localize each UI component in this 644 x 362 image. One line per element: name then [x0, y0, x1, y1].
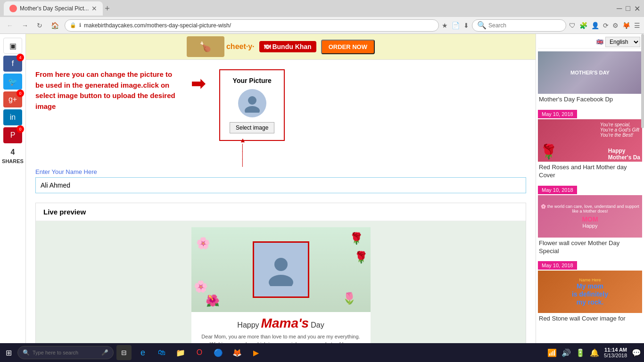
opera-icon: O	[197, 348, 202, 357]
happy-text-3: Happy	[583, 223, 598, 229]
menu-icon[interactable]: ☰	[634, 22, 640, 29]
user-icon[interactable]: 👤	[591, 22, 599, 29]
preview-content: 🌸 🌹 🌺 🌷 🌸 🌹	[36, 221, 526, 358]
flower-4: 🌷	[342, 292, 356, 305]
cheetay-brand: cheet·y·	[226, 42, 255, 51]
lock-icon: 🔒	[70, 22, 76, 28]
edge-icon: e	[140, 348, 145, 358]
sidebar-mom-quote: My momis definitelymy rock.	[572, 282, 608, 306]
svg-point-0	[248, 96, 256, 105]
settings-icon[interactable]: ⚙	[612, 22, 619, 29]
toolbar-icons: ★ 📄 ⬇	[442, 22, 469, 29]
order-now-button[interactable]: ORDER NOW	[321, 40, 375, 54]
scrollbar-thumb[interactable]	[641, 34, 644, 128]
name-label: Enter Your Name Here	[35, 168, 526, 175]
shares-count: 4	[2, 148, 24, 156]
taskbar-app-vlc[interactable]: ▶	[248, 345, 264, 360]
svg-point-3	[274, 258, 288, 271]
name-section: Enter Your Name Here	[26, 168, 536, 198]
refresh-button[interactable]: ↻	[34, 21, 45, 30]
search-icon: 🔍	[477, 21, 487, 30]
bundu-khan-label: 🍽 Bundu Khan	[259, 41, 316, 52]
mom-text: MOM	[582, 215, 598, 223]
search-bar[interactable]: 🔍	[472, 19, 566, 32]
browser-chrome: Mother's Day Special Pict... ✕ + ─ □ ✕ ←…	[0, 0, 644, 34]
taskbar-search-icon: 🔍	[23, 349, 30, 356]
sidebar-card-2[interactable]: May 10, 2018 You're special,You're a God…	[538, 109, 642, 181]
pinterest-share-button[interactable]: P 0	[3, 127, 22, 143]
tab-bar: Mother's Day Special Pict... ✕ + ─ □ ✕	[0, 0, 644, 17]
flower-2: 🌹	[349, 232, 363, 245]
collapse-social-button[interactable]: ▣	[3, 38, 22, 54]
shares-label: SHARES	[2, 158, 24, 164]
notification-icon[interactable]: 🔔	[590, 348, 599, 357]
photo-frame	[253, 241, 309, 298]
new-tab-button[interactable]: +	[105, 4, 110, 14]
taskbar-app-edge[interactable]: e	[135, 345, 150, 360]
google-icon: g+	[8, 95, 17, 104]
svg-point-1	[245, 106, 260, 113]
flowers-area: 🌸 🌹 🌺 🌷 🌸 🌹	[191, 227, 371, 312]
twitter-icon: 🐦	[8, 77, 17, 86]
taskbar-app-store[interactable]: 🛍	[154, 345, 169, 360]
pinterest-count-badge: 0	[17, 125, 24, 133]
taskbar-app-explorer[interactable]: 📁	[173, 345, 188, 360]
select-image-button[interactable]: Select image	[230, 122, 274, 133]
shield-icon[interactable]: 🛡	[569, 22, 576, 29]
flower-1: 🌸	[196, 237, 210, 250]
microphone-icon: 🎤	[101, 349, 108, 356]
happy-mothers-text: HappyMother's Da	[608, 148, 640, 161]
action-center-icon[interactable]: 💬	[632, 348, 641, 357]
window-minimize-button[interactable]: ─	[617, 4, 622, 13]
sidebar-card-3[interactable]: May 10, 2018 🌸 the world can care, love,…	[538, 185, 642, 257]
firefox-icon[interactable]: 🦊	[622, 22, 630, 29]
task-view-icon: ⊟	[121, 349, 127, 356]
search-input[interactable]	[488, 22, 559, 29]
facebook-share-button[interactable]: f 4	[3, 56, 22, 72]
taskbar-app-chrome[interactable]: 🔵	[211, 345, 226, 360]
linkedin-share-button[interactable]: in	[3, 109, 22, 125]
home-button[interactable]: 🏠	[48, 21, 62, 30]
time-date-display: 11:14 AM 5/13/2018	[604, 347, 627, 358]
bundu-khan-text: Bundu Khan	[272, 43, 311, 50]
window-maximize-button[interactable]: □	[626, 4, 630, 13]
google-share-button[interactable]: g+ 0	[3, 91, 22, 107]
sidebar-card-4[interactable]: May 10, 2018 Name Here My momis definite…	[538, 261, 642, 325]
bookmark-icon[interactable]: ★	[442, 22, 448, 29]
address-bar[interactable]: 🔒 ℹ makebirthdaycakes.com/mothers-day-sp…	[65, 19, 439, 32]
taskbar-app-opera[interactable]: O	[192, 345, 207, 360]
vlc-icon: ▶	[253, 348, 259, 357]
start-button[interactable]: ⊞	[3, 346, 15, 359]
explorer-icon: 📁	[176, 348, 185, 357]
sync-icon[interactable]: ⟳	[603, 22, 609, 29]
taskbar-app-firefox[interactable]: 🦊	[230, 345, 245, 360]
picture-box-title: Your Picture	[230, 77, 274, 84]
taskbar-search-box[interactable]: 🔍 🎤	[17, 346, 114, 359]
taskbar-app-task-view[interactable]: ⊟	[116, 345, 132, 360]
sidebar-date-4: May 10, 2018	[538, 261, 577, 270]
twitter-share-button[interactable]: 🐦	[3, 74, 22, 90]
tab-close-button[interactable]: ✕	[91, 5, 97, 12]
navigation-bar: ← → ↻ 🏠 🔒 ℹ makebirthdaycakes.com/mother…	[0, 17, 644, 34]
name-input[interactable]	[35, 177, 526, 193]
taskbar-search-input[interactable]	[33, 350, 99, 355]
sidebar-card-1[interactable]: MOTHER'S DAY Mother's Day Facebook Dp	[538, 51, 642, 106]
reader-icon[interactable]: 📄	[452, 22, 460, 29]
preview-section: Live preview 🌸 🌹 🌺 🌷 🌸 🌹	[35, 203, 526, 358]
facebook-icon: f	[12, 59, 14, 68]
sidebar-img-1: MOTHER'S DAY	[538, 51, 642, 94]
download-icon[interactable]: ⬇	[463, 22, 469, 29]
taskbar-pinned-apps: ⊟ e 🛍 📁 O 🔵 🦊 ▶	[116, 345, 264, 360]
window-close-button[interactable]: ✕	[634, 4, 640, 13]
ad-banner[interactable]: 🍗 cheet·y· 🍽 Bundu Khan ORDER NOW	[26, 34, 536, 60]
back-button[interactable]: ←	[4, 21, 16, 30]
info-icon: ℹ	[79, 22, 81, 28]
flower-6: 🌹	[354, 251, 368, 264]
forward-button[interactable]: →	[19, 21, 31, 30]
language-select[interactable]: English French Spanish	[605, 37, 640, 47]
extension-icon[interactable]: 🧩	[579, 22, 587, 29]
sidebar-img-2: You're special,You're a God's GiftYou're…	[538, 119, 642, 162]
annotation-arrows: ▲│││	[229, 136, 257, 166]
battery-icon: 🔋	[576, 348, 585, 357]
active-tab[interactable]: Mother's Day Special Pict... ✕	[4, 1, 103, 16]
